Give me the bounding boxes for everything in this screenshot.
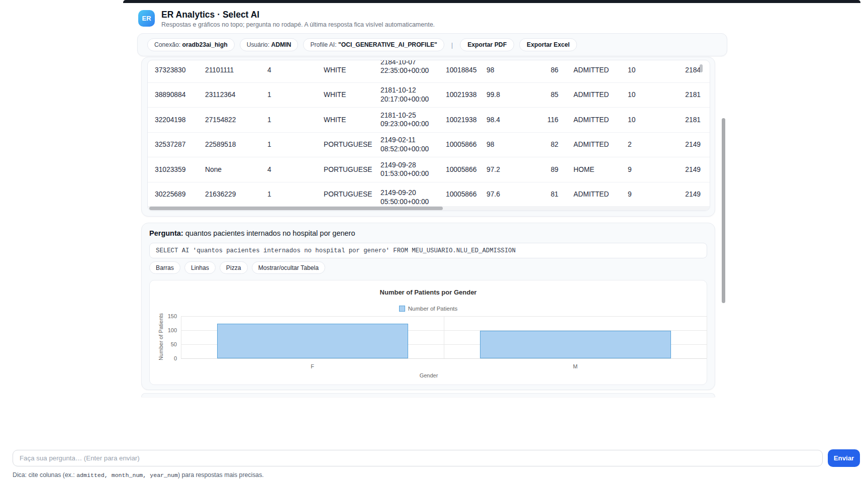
table-cell: 85 bbox=[510, 90, 558, 100]
table-cell: 4 bbox=[260, 165, 317, 174]
table-cell: 10 bbox=[621, 116, 671, 125]
table-cell: 30225689 bbox=[148, 190, 198, 199]
table-cell: 2149 bbox=[671, 190, 710, 199]
table-cell: 1 bbox=[260, 190, 317, 199]
table-cell: ADMITTED bbox=[558, 90, 621, 100]
table-row: 32204198271548221WHITE2181-10-25 09:23:0… bbox=[148, 108, 710, 133]
question-line: Pergunta: quantos pacientes internados n… bbox=[149, 229, 707, 237]
table-cell: 89 bbox=[510, 165, 558, 174]
table-cell: 38890884 bbox=[148, 90, 198, 100]
table-cell: 97.2 bbox=[479, 165, 510, 174]
question-label: Pergunta: bbox=[149, 229, 183, 237]
app-window: ER ER Analytics · Select AI Respostas e … bbox=[0, 0, 868, 481]
toolbar: Conexão: oradb23ai_high Usuário: ADMIN P… bbox=[137, 33, 727, 56]
table-cell: 4 bbox=[260, 66, 317, 75]
table-cell: 27154822 bbox=[198, 116, 260, 125]
chip-linhas[interactable]: Linhas bbox=[184, 261, 216, 274]
chart-type-buttons: BarrasLinhasPizzaMostrar/ocultar Tabela bbox=[149, 261, 325, 274]
table-cell: 2149-09-20 05:50:00+00:00 bbox=[373, 188, 439, 206]
chip-barras[interactable]: Barras bbox=[149, 261, 180, 274]
bar-F bbox=[217, 324, 408, 358]
x-tick-label: M bbox=[565, 363, 586, 369]
table-cell: 22589518 bbox=[198, 140, 260, 149]
table-cell: 10005866 bbox=[439, 190, 479, 199]
table-cell: 9 bbox=[621, 190, 671, 199]
app-logo: ER bbox=[138, 10, 155, 27]
y-axis-title: Number of Patients bbox=[158, 313, 164, 361]
table-cell: 2 bbox=[621, 140, 671, 149]
table-cell: 21636229 bbox=[198, 190, 260, 199]
table-row: 38890884231123641WHITE2181-10-12 20:17:0… bbox=[148, 83, 710, 108]
table-cell: 32537287 bbox=[148, 140, 198, 149]
gridline-x bbox=[181, 316, 181, 358]
question-text: quantos pacientes internados no hospital… bbox=[183, 229, 355, 237]
table-horizontal-scrollbar[interactable] bbox=[148, 206, 710, 211]
table-cell: 10021938 bbox=[439, 90, 479, 100]
table-cell: 97.6 bbox=[479, 190, 510, 199]
page-scrollbar[interactable] bbox=[722, 118, 725, 303]
table-cell: WHITE bbox=[317, 66, 373, 75]
table-cell: 1 bbox=[260, 90, 317, 100]
send-button[interactable]: Enviar bbox=[828, 449, 860, 467]
table-cell: 10 bbox=[621, 90, 671, 100]
gridline-y bbox=[181, 358, 707, 359]
table-cell: 31023359 bbox=[148, 165, 198, 174]
next-answer-peek bbox=[141, 393, 715, 397]
table-cell: WHITE bbox=[317, 116, 373, 125]
table-cell: 2149 bbox=[671, 140, 710, 149]
result-table[interactable]: 37323830211011114WHITE2184-10-07 22:35:0… bbox=[147, 60, 710, 211]
top-accent-bar bbox=[123, 0, 860, 3]
connection-badge: Conexão: oradb23ai_high bbox=[147, 38, 235, 51]
table-cell: 98 bbox=[479, 140, 510, 149]
table-cell: 98 bbox=[479, 66, 510, 75]
page-subtitle: Respostas e gráficos no topo; pergunta n… bbox=[161, 21, 435, 28]
gridline-x bbox=[444, 316, 444, 358]
table-cell: PORTUGUESE bbox=[317, 140, 373, 149]
chip-mostrar-ocultar-tabela[interactable]: Mostrar/ocultar Tabela bbox=[252, 261, 325, 274]
question-input[interactable] bbox=[13, 450, 823, 466]
table-cell: 2184-10-07 22:35:00+00:00 bbox=[373, 60, 439, 75]
table-cell: 1 bbox=[260, 140, 317, 149]
bar-M bbox=[480, 331, 671, 358]
bar-chart-plot: 050100150FM bbox=[150, 280, 707, 384]
table-vertical-scrollbar[interactable] bbox=[700, 64, 703, 72]
table-cell: 21101111 bbox=[198, 66, 260, 75]
table-cell: ADMITTED bbox=[558, 66, 621, 75]
table-cell: ADMITTED bbox=[558, 190, 621, 199]
table-cell: 2149 bbox=[671, 165, 710, 174]
table-cell: 2181-10-12 20:17:00+00:00 bbox=[373, 86, 439, 104]
table-cell: ADMITTED bbox=[558, 140, 621, 149]
table-cell: 82 bbox=[510, 140, 558, 149]
table-cell: None bbox=[198, 165, 260, 174]
table-cell: 99.8 bbox=[479, 90, 510, 100]
x-tick-label: F bbox=[303, 363, 323, 369]
export-pdf-button[interactable]: Exportar PDF bbox=[460, 38, 514, 51]
table-row: 37323830211011114WHITE2184-10-07 22:35:0… bbox=[148, 60, 710, 83]
table-cell: 81 bbox=[510, 190, 558, 199]
table-cell: 10005866 bbox=[439, 140, 479, 149]
profile-badge: Profile AI: "OCI_GENERATIVE_AI_PROFILE" bbox=[303, 38, 444, 51]
hint-columns: admitted, month_num, year_num bbox=[76, 472, 178, 478]
table-cell: PORTUGUESE bbox=[317, 165, 373, 174]
table-cell: PORTUGUESE bbox=[317, 190, 373, 199]
gridline-x bbox=[707, 316, 707, 358]
table-cell: 2181-10-25 09:23:00+00:00 bbox=[373, 111, 439, 129]
table-horizontal-scrollbar-thumb[interactable] bbox=[149, 207, 443, 210]
table-cell: 1 bbox=[260, 116, 317, 125]
table-cell: 2181 bbox=[671, 116, 710, 125]
table-cell: 2149-02-11 08:52:00+00:00 bbox=[373, 136, 439, 153]
table-cell: ADMITTED bbox=[558, 116, 621, 125]
table-cell: 10018845 bbox=[439, 66, 479, 75]
table-cell: WHITE bbox=[317, 90, 373, 100]
table-cell: 10021938 bbox=[439, 116, 479, 125]
table-cell: 10005866 bbox=[439, 165, 479, 174]
export-excel-button[interactable]: Exportar Excel bbox=[519, 38, 577, 51]
hint-text: Dica: cite colunas (ex.: admitted, month… bbox=[13, 471, 264, 478]
chip-pizza[interactable]: Pizza bbox=[220, 261, 248, 274]
table-cell: 9 bbox=[621, 165, 671, 174]
table-row: 30225689216362291PORTUGUESE2149-09-20 05… bbox=[148, 182, 710, 208]
x-axis-title: Gender bbox=[150, 372, 708, 378]
table-cell: 86 bbox=[510, 66, 558, 75]
bar-chart-card: Number of Patients por Gender Number of … bbox=[149, 280, 707, 385]
table-cell: 32204198 bbox=[148, 116, 198, 125]
